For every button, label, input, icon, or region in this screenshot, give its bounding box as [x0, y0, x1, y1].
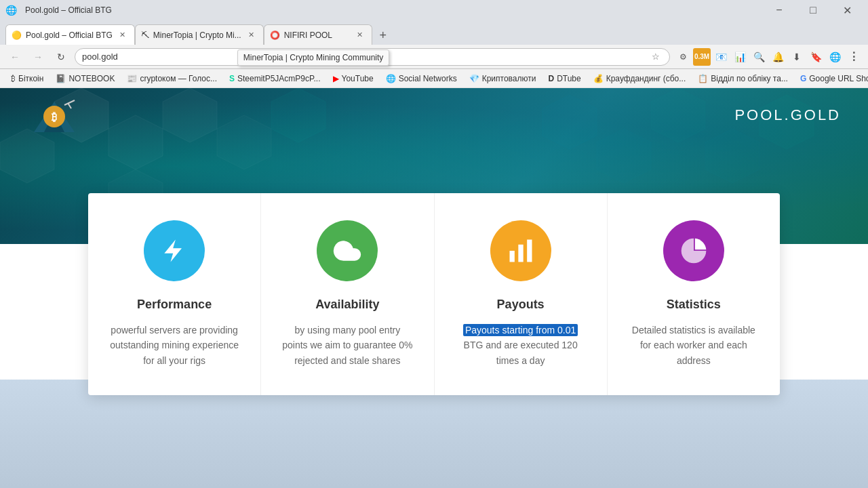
statistics-icon-circle — [663, 220, 724, 281]
bookmark-favicon: 🌐 — [386, 74, 396, 83]
availability-description: by using many pool entry points we aim t… — [281, 323, 413, 368]
tab-pool-gold[interactable]: 🟡 Pool.gold – Official BTG ✕ — [5, 24, 135, 45]
tool2-icon[interactable]: 📧 — [712, 48, 730, 66]
bookmark-label: Криптовалюти — [482, 74, 536, 83]
svg-rect-18 — [509, 251, 514, 262]
bookmark-viddil[interactable]: 📋 Відділ по обліку та... — [692, 70, 793, 87]
more-icon[interactable]: ⋮ — [845, 48, 863, 66]
page-content: ₿ POOL.GOLD Performance powerful servers… — [0, 88, 868, 488]
bookmark-favicon: S — [229, 74, 235, 83]
bottom-bg-area — [0, 380, 868, 488]
availability-icon-circle — [317, 220, 378, 281]
tab-close-button[interactable]: ✕ — [117, 29, 129, 41]
bookmark-favicon: 💎 — [469, 74, 479, 83]
bookmark-favicon: 📓 — [56, 74, 66, 83]
tool6-icon[interactable]: ⬇ — [788, 48, 806, 66]
title-bar: 🌐 Pool.gold – Official BTG − □ ✕ — [0, 0, 868, 20]
tab-close-button[interactable]: ✕ — [354, 29, 366, 41]
bookmark-favicon: D — [548, 74, 554, 83]
pie-chart-icon — [679, 236, 709, 266]
bookmark-google-url[interactable]: G Google URL Shorte... — [795, 70, 868, 87]
forward-button[interactable]: → — [28, 47, 47, 66]
tab-favicon: ⛏ — [141, 30, 149, 40]
bookmarks-bar: ₿ Біткоін 📓 NOTEBOOK 📰 cryptoком — Голос… — [0, 69, 868, 88]
bookmark-favicon: ₿ — [11, 74, 16, 83]
site-header: ₿ POOL.GOLD — [0, 88, 868, 142]
bookmark-label: DTube — [557, 74, 581, 83]
payouts-icon-circle — [490, 220, 551, 281]
tab-nifiri[interactable]: ⭕ NIFIRI POOL ✕ — [264, 24, 372, 45]
bookmark-favicon: 📋 — [698, 74, 708, 83]
bookmark-star-icon[interactable]: ☆ — [649, 50, 663, 64]
close-button[interactable]: ✕ — [831, 0, 863, 20]
bookmark-crowd[interactable]: 💰 Крауфдандинг (сбо... — [588, 70, 692, 87]
tool3-icon[interactable]: 📊 — [731, 48, 749, 66]
statistics-description: Detailed statistics is available for eac… — [628, 323, 760, 368]
bookmark-label: Крауфдандинг (сбо... — [606, 74, 686, 83]
tab-favicon: 🟡 — [12, 30, 22, 40]
new-tab-button[interactable]: + — [374, 26, 393, 45]
bookmark-crypto2[interactable]: 💎 Криптовалюти — [464, 70, 542, 87]
window-title: Pool.gold – Official BTG — [25, 5, 112, 15]
browser-window: 🌐 Pool.gold – Official BTG − □ ✕ 🟡 Pool.… — [0, 0, 868, 488]
tab-minertopia[interactable]: ⛏ MinerTopia | Crypto Mi... ✕ MinerTopia… — [135, 24, 264, 45]
back-button[interactable]: ← — [5, 47, 24, 66]
bookmark-steemit[interactable]: S SteemitP5JAcmP9cP... — [224, 70, 326, 87]
reload-button[interactable]: ↻ — [52, 47, 71, 66]
bookmark-dtube[interactable]: D DTube — [542, 70, 586, 87]
maximize-button[interactable]: □ — [797, 0, 829, 20]
site-title: POOL.GOLD — [734, 106, 841, 124]
tab-title: MinerTopia | Crypto Mi... — [153, 30, 241, 40]
feature-card-availability: Availability by using many pool entry po… — [261, 193, 434, 395]
statistics-title: Statistics — [667, 298, 721, 312]
bookmark-label: Відділ по обліку та... — [711, 74, 788, 83]
address-bar: ← → ↻ pool.gold ☆ ⚙ 0.3M 📧 📊 🔍 🔔 ⬇ 🔖 🌐 ⋮ — [0, 45, 868, 69]
bookmark-label: cryptoком — Голос... — [140, 74, 217, 83]
bookmark-favicon: 💰 — [593, 74, 604, 83]
payouts-highlight: Payouts starting from 0.01 — [463, 324, 578, 336]
svg-rect-19 — [518, 245, 523, 262]
feature-card-payouts: Payouts Payouts starting from 0.01 BTG a… — [435, 193, 608, 395]
svg-text:₿: ₿ — [52, 111, 57, 123]
tool7-icon[interactable]: 🔖 — [807, 48, 825, 66]
feature-card-performance: Performance powerful servers are providi… — [88, 193, 261, 395]
site-logo: ₿ — [27, 95, 81, 136]
bookmark-label: Біткоін — [18, 74, 43, 83]
title-bar-left: 🌐 Pool.gold – Official BTG — [5, 5, 112, 16]
tab-tooltip: MinerTopia | Crypto Mining Community — [237, 49, 390, 66]
tab-favicon: ⭕ — [270, 30, 280, 40]
bookmark-notebook[interactable]: 📓 NOTEBOOK — [50, 70, 120, 87]
svg-line-17 — [68, 103, 71, 108]
chart-bar-icon — [506, 236, 536, 266]
adblock-icon[interactable]: 0.3M — [693, 48, 711, 66]
logo-area: ₿ — [27, 95, 81, 136]
tool4-icon[interactable]: 🔍 — [750, 48, 768, 66]
tab-close-button[interactable]: ✕ — [245, 29, 258, 41]
performance-icon-circle — [144, 220, 205, 281]
tool5-icon[interactable]: 🔔 — [769, 48, 787, 66]
bookmark-label: YouTube — [342, 74, 374, 83]
minimize-button[interactable]: − — [764, 0, 795, 20]
bookmark-social[interactable]: 🌐 Social Networks — [380, 70, 462, 87]
svg-line-16 — [64, 100, 75, 105]
toolbar-icons: ⚙ 0.3M 📧 📊 🔍 🔔 ⬇ 🔖 🌐 ⋮ — [674, 48, 863, 66]
bookmark-crypto[interactable]: 📰 cryptoком — Голос... — [121, 70, 222, 87]
bookmark-bitcoin[interactable]: ₿ Біткоін — [5, 70, 49, 87]
payouts-title: Payouts — [497, 298, 545, 312]
title-bar-controls: − □ ✕ — [764, 0, 863, 20]
bookmark-favicon: G — [800, 74, 806, 83]
cloud-icon — [332, 236, 362, 266]
lightning-icon — [159, 236, 189, 266]
extensions-icon[interactable]: ⚙ — [674, 48, 692, 66]
bookmark-youtube[interactable]: ▶ YouTube — [328, 70, 379, 87]
tool8-icon[interactable]: 🌐 — [826, 48, 844, 66]
tab-title: Pool.gold – Official BTG — [26, 30, 113, 40]
tab-bar: 🟡 Pool.gold – Official BTG ✕ ⛏ MinerTopi… — [0, 20, 868, 45]
tab-title: NIFIRI POOL — [284, 30, 350, 40]
performance-title: Performance — [137, 298, 212, 312]
bookmark-label: Social Networks — [399, 74, 457, 83]
bookmark-label: Google URL Shorte... — [809, 74, 868, 83]
bookmark-favicon: ▶ — [333, 74, 339, 83]
payouts-description: Payouts starting from 0.01 BTG and are e… — [455, 323, 587, 368]
performance-description: powerful servers are providing outstandi… — [108, 323, 240, 368]
